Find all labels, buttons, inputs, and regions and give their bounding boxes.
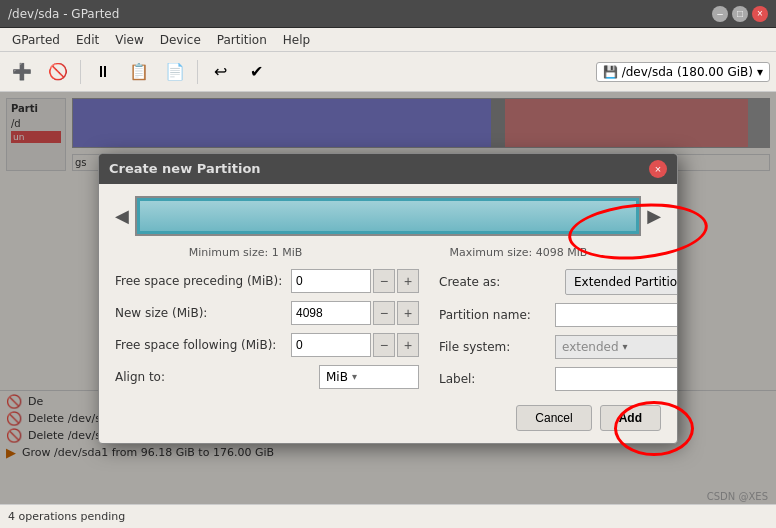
title-bar: /dev/sda - GParted – □ × [0,0,776,28]
label-row: Label: [439,367,678,391]
align-to-label: Align to: [115,370,285,384]
menu-help[interactable]: Help [275,31,318,49]
title-bar-controls: – □ × [712,6,768,22]
align-to-dropdown[interactable]: MiB ▾ [319,365,419,389]
device-label: /dev/sda (180.00 GiB) [622,65,753,79]
menu-view[interactable]: View [107,31,151,49]
partition-name-row: Partition name: [439,303,678,327]
hdd-icon: 💾 [603,65,618,79]
create-partition-dialog: Create new Partition × ◀ ▶ M [98,153,678,444]
partition-preview: ◀ ▶ [115,196,661,236]
preview-left-arrow[interactable]: ◀ [115,205,129,226]
device-selector[interactable]: 💾 /dev/sda (180.00 GiB) ▾ [596,62,770,82]
add-button[interactable]: ➕ [6,56,38,88]
window-title: /dev/sda - GParted [8,7,119,21]
file-system-dropdown[interactable]: extended ▾ [555,335,678,359]
copy-button[interactable]: 📋 [123,56,155,88]
paste-button[interactable]: 📄 [159,56,191,88]
new-size-row: New size (MiB): − + [115,301,419,325]
free-space-preceding-minus[interactable]: − [373,269,395,293]
free-space-following-plus[interactable]: + [397,333,419,357]
file-system-label: File system: [439,340,549,354]
preview-bar-fill [137,198,639,234]
free-space-following-input-group: − + [291,333,419,357]
min-size-label: Minimum size: 1 MiB [189,246,303,259]
dialog-overlay: Create new Partition × ◀ ▶ M [0,92,776,504]
operations-count: 4 operations pending [8,510,125,523]
align-to-row: Align to: MiB ▾ [115,365,419,389]
window-close-button[interactable]: × [752,6,768,22]
new-size-minus[interactable]: − [373,301,395,325]
free-space-preceding-row: Free space preceding (MiB): − + [115,269,419,293]
delete-button[interactable]: 🚫 [42,56,74,88]
create-as-row: Create as: Extended Partition ▾ [439,269,678,295]
menu-device[interactable]: Device [152,31,209,49]
create-as-label: Create as: [439,275,549,289]
add-button[interactable]: Add [600,405,661,431]
dialog-body: ◀ ▶ Minimum size: 1 MiB Maximum size: 40… [99,184,677,443]
new-size-label: New size (MiB): [115,306,285,320]
resize-button[interactable]: ⏸ [87,56,119,88]
partition-name-input[interactable] [555,303,678,327]
dialog-title-bar: Create new Partition × [99,154,677,184]
maximize-button[interactable]: □ [732,6,748,22]
toolbar-separator-2 [197,60,198,84]
left-column: Free space preceding (MiB): − + New size… [115,269,419,391]
dialog-title: Create new Partition [109,161,261,176]
preview-right-arrow[interactable]: ▶ [647,205,661,226]
menu-bar: GParted Edit View Device Partition Help [0,28,776,52]
undo-button[interactable]: ↩ [204,56,236,88]
free-space-preceding-input-group: − + [291,269,419,293]
label-label: Label: [439,372,549,386]
label-input[interactable] [555,367,678,391]
dialog-close-button[interactable]: × [649,160,667,178]
file-system-row: File system: extended ▾ [439,335,678,359]
free-space-preceding-input[interactable] [291,269,371,293]
toolbar-separator-1 [80,60,81,84]
new-size-input-group: − + [291,301,419,325]
menu-partition[interactable]: Partition [209,31,275,49]
status-bar: 4 operations pending CSDN @XES [0,504,776,528]
free-space-following-input[interactable] [291,333,371,357]
minimize-button[interactable]: – [712,6,728,22]
main-window: /dev/sda - GParted – □ × GParted Edit Vi… [0,0,776,504]
right-column: Create as: Extended Partition ▾ Partitio… [439,269,678,391]
file-system-arrow: ▾ [623,341,628,352]
partition-name-label: Partition name: [439,308,549,322]
device-dropdown-arrow: ▾ [757,65,763,79]
new-size-input[interactable] [291,301,371,325]
toolbar: ➕ 🚫 ⏸ 📋 📄 ↩ ✔ 💾 /dev/sda (180.00 GiB) ▾ [0,52,776,92]
dialog-buttons: Cancel Add [115,405,661,431]
free-space-following-label: Free space following (MiB): [115,338,285,352]
new-size-plus[interactable]: + [397,301,419,325]
free-space-preceding-plus[interactable]: + [397,269,419,293]
free-space-following-row: Free space following (MiB): − + [115,333,419,357]
cancel-button[interactable]: Cancel [516,405,591,431]
create-as-dropdown[interactable]: Extended Partition ▾ [565,269,678,295]
align-to-arrow: ▾ [352,371,357,382]
main-area: Parti /d un gs 🚫 [0,92,776,504]
max-size-label: Maximum size: 4098 MiB [450,246,588,259]
menu-edit[interactable]: Edit [68,31,107,49]
free-space-following-minus[interactable]: − [373,333,395,357]
create-as-value: Extended Partition [574,275,678,289]
align-to-value: MiB [326,370,348,384]
apply-button[interactable]: ✔ [240,56,272,88]
form-grid: Free space preceding (MiB): − + New size… [115,269,661,391]
preview-bar-container [135,196,641,236]
free-space-preceding-label: Free space preceding (MiB): [115,274,285,288]
file-system-value: extended [562,340,619,354]
menu-gparted[interactable]: GParted [4,31,68,49]
size-info: Minimum size: 1 MiB Maximum size: 4098 M… [115,246,661,259]
